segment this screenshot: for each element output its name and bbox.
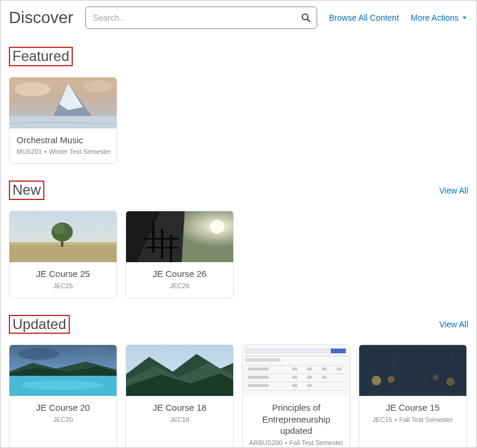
course-code: JEC20 xyxy=(14,416,112,423)
chevron-down-icon xyxy=(461,14,468,21)
section-header: Featured xyxy=(9,47,468,66)
card-meta: MUS201•Winter Test Semester xyxy=(17,148,112,155)
card-title: JE Course 15 xyxy=(364,402,462,414)
view-all-updated[interactable]: View All xyxy=(439,320,468,329)
new-cards: JE Course 25 JEC25 xyxy=(9,211,468,298)
course-card[interactable]: Orchestral Music MUS201•Winter Test Seme… xyxy=(9,77,117,165)
svg-rect-39 xyxy=(245,358,281,362)
section-header: New View All xyxy=(9,181,468,200)
card-body: Orchestral Music MUS201•Winter Test Seme… xyxy=(9,128,117,164)
updated-cards: JE Course 20 JEC20 JE Course 18 xyxy=(9,344,468,448)
course-card[interactable]: JE Course 20 JEC20 xyxy=(9,344,117,448)
section-updated: Updated View All JE Co xyxy=(9,315,468,448)
course-code: JEC26 xyxy=(131,282,228,289)
card-meta: ARBUS200•Fall Test Semester xyxy=(247,439,345,446)
svg-rect-46 xyxy=(245,373,347,374)
svg-rect-57 xyxy=(359,345,466,396)
course-thumbnail xyxy=(243,345,350,396)
svg-rect-38 xyxy=(245,356,347,356)
course-term: Fall Test Semester xyxy=(399,416,453,423)
svg-rect-41 xyxy=(248,368,269,370)
card-body: JE Course 18 JEC18 xyxy=(126,396,233,431)
card-body: JE Course 26 JEC26 xyxy=(126,262,233,298)
course-thumbnail xyxy=(359,345,466,396)
svg-rect-44 xyxy=(322,368,327,370)
page-title: Discover xyxy=(9,8,73,27)
header: Discover Browse All Content More Actions xyxy=(9,7,468,29)
course-term: Winter Test Semester xyxy=(49,148,111,155)
svg-rect-49 xyxy=(307,376,312,379)
course-code: MUS201 xyxy=(17,148,42,155)
course-code: ARBUS200 xyxy=(249,439,282,446)
svg-point-23 xyxy=(210,220,224,234)
more-actions-button[interactable]: More Actions xyxy=(411,13,468,22)
card-title: Orchestral Music xyxy=(17,134,112,146)
card-title: JE Course 18 xyxy=(131,402,228,414)
svg-line-1 xyxy=(307,19,310,22)
course-code: JEC18 xyxy=(131,416,228,423)
svg-rect-21 xyxy=(143,238,179,240)
section-title-featured: Featured xyxy=(9,47,73,66)
card-meta: JEC15•Fall Test Semester xyxy=(364,416,462,423)
card-title: Principles of Entrepreneurship updated xyxy=(247,402,345,437)
svg-rect-55 xyxy=(245,390,347,391)
svg-point-30 xyxy=(21,381,104,390)
course-card[interactable]: JE Course 15 JEC15•Fall Test Semester xyxy=(359,344,467,448)
svg-rect-48 xyxy=(292,376,297,379)
section-featured: Featured xyxy=(9,47,468,164)
svg-point-25 xyxy=(18,348,59,360)
card-title: JE Course 26 xyxy=(131,268,228,280)
svg-point-4 xyxy=(83,80,112,92)
svg-rect-52 xyxy=(248,384,269,387)
svg-rect-51 xyxy=(245,382,347,382)
card-body: JE Course 20 JEC20 xyxy=(9,396,117,431)
more-actions-label: More Actions xyxy=(411,13,459,22)
search-icon[interactable] xyxy=(301,12,311,23)
course-card[interactable]: JE Course 25 JEC25 xyxy=(9,211,117,298)
course-code: JEC25 xyxy=(14,282,112,289)
section-title-new: New xyxy=(9,181,44,200)
svg-point-0 xyxy=(302,14,308,20)
svg-rect-22 xyxy=(146,247,179,249)
svg-rect-54 xyxy=(307,384,312,387)
svg-point-14 xyxy=(53,224,65,234)
course-thumbnail xyxy=(9,211,117,262)
card-title: JE Course 20 xyxy=(14,402,112,414)
svg-rect-43 xyxy=(307,368,312,370)
svg-rect-37 xyxy=(331,349,346,353)
svg-point-58 xyxy=(372,376,381,385)
search-input[interactable] xyxy=(85,7,317,29)
svg-point-60 xyxy=(446,378,455,386)
section-new: New View All JE Course 25 JE xyxy=(9,181,468,298)
card-title: JE Course 25 xyxy=(14,268,112,280)
svg-point-26 xyxy=(74,347,109,357)
section-header: Updated View All xyxy=(9,315,468,334)
course-term: Fall Test Semester xyxy=(289,439,343,446)
card-body: JE Course 15 JEC15•Fall Test Semester xyxy=(359,396,466,431)
svg-rect-47 xyxy=(248,376,269,379)
course-card[interactable]: JE Course 18 JEC18 xyxy=(125,344,234,448)
svg-point-61 xyxy=(433,375,439,381)
view-all-new[interactable]: View All xyxy=(439,186,468,195)
svg-rect-42 xyxy=(292,368,297,370)
svg-point-3 xyxy=(15,82,50,96)
browse-all-link[interactable]: Browse All Content xyxy=(329,13,399,22)
section-title-updated: Updated xyxy=(9,315,70,334)
course-thumbnail xyxy=(126,211,233,262)
course-code: JEC15 xyxy=(373,416,392,423)
featured-cards: Orchestral Music MUS201•Winter Test Seme… xyxy=(9,77,468,165)
search-wrap xyxy=(85,7,317,29)
svg-rect-19 xyxy=(161,229,163,259)
card-body: JE Course 25 JEC25 xyxy=(9,262,117,298)
course-card[interactable]: JE Course 26 JEC26 xyxy=(125,211,234,298)
course-thumbnail xyxy=(9,78,117,128)
svg-rect-53 xyxy=(292,384,297,387)
course-card[interactable]: Principles of Entrepreneurship updated A… xyxy=(242,344,350,448)
svg-rect-40 xyxy=(245,365,347,366)
card-body: Principles of Entrepreneurship updated A… xyxy=(243,396,350,448)
course-thumbnail xyxy=(9,345,117,396)
svg-rect-50 xyxy=(322,376,327,379)
course-thumbnail xyxy=(126,345,233,396)
svg-rect-45 xyxy=(337,368,341,370)
